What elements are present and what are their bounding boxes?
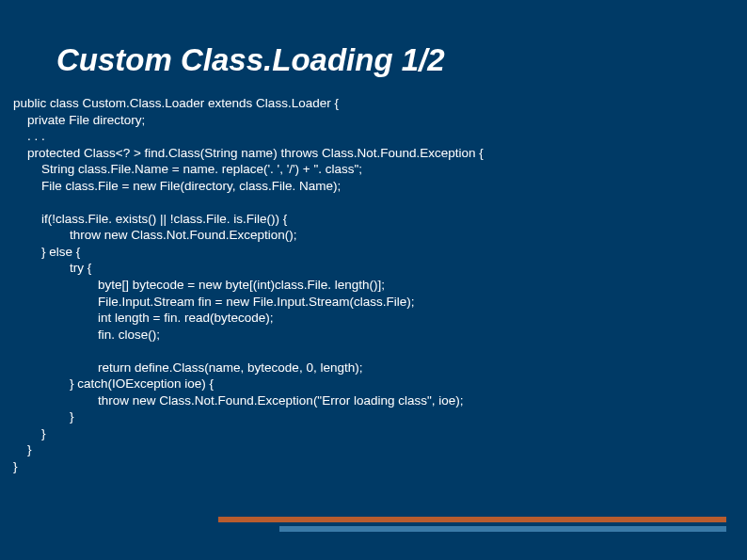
accent-line-top [218,517,726,522]
slide-title: Custom Class.Loading 1/2 [0,0,747,78]
code-block: public class Custom.Class.Loader extends… [0,78,747,475]
accent-line-bottom [279,526,726,532]
footer-decoration [218,517,726,532]
slide: Custom Class.Loading 1/2 public class Cu… [0,0,747,560]
